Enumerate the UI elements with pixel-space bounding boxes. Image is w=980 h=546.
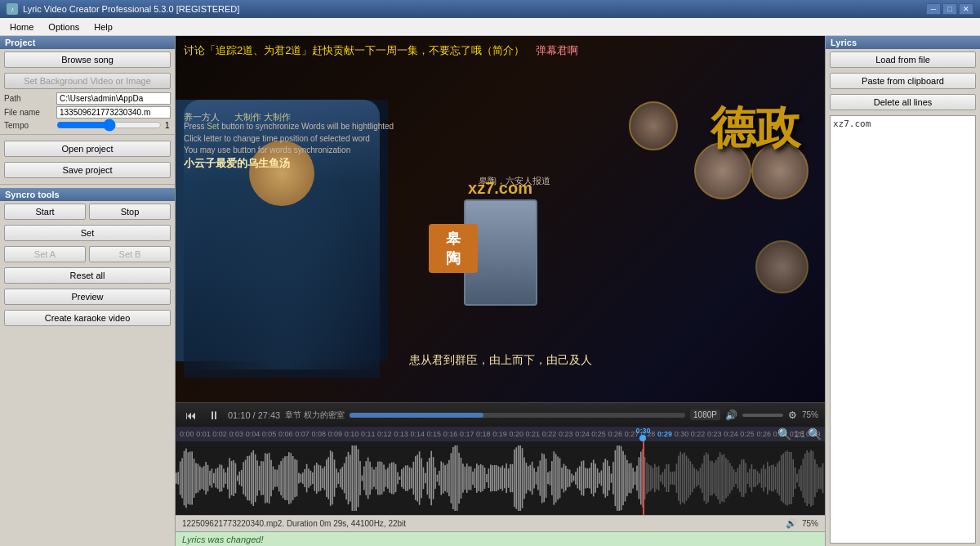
quality-badge: 1080P: [690, 410, 720, 420]
svg-rect-104: [379, 461, 381, 495]
zoom-level: 1:1: [794, 430, 805, 439]
svg-rect-12: [198, 463, 199, 492]
svg-rect-139: [448, 460, 450, 496]
zoom-in-button[interactable]: 🔍: [808, 427, 822, 441]
set-background-button[interactable]: Set Background Video or Image: [4, 73, 171, 89]
svg-rect-115: [401, 469, 403, 487]
svg-rect-137: [444, 465, 446, 491]
tempo-slider[interactable]: [56, 120, 162, 130]
svg-rect-10: [194, 459, 195, 498]
video-watermark: xz7.com: [468, 179, 532, 198]
ruler-mark: 0:20: [509, 430, 523, 438]
svg-rect-267: [702, 463, 703, 493]
video-player[interactable]: 皋陶 讨论「追踪2道、为君2道」赶快贡献一下一周一集，不要忘了哦（简介） 弹幕君…: [176, 36, 825, 402]
svg-rect-278: [724, 454, 725, 503]
menu-home[interactable]: Home: [3, 20, 40, 34]
svg-rect-177: [523, 458, 525, 499]
svg-rect-202: [573, 476, 575, 481]
set-a-button[interactable]: Set A: [4, 246, 86, 262]
svg-rect-205: [579, 466, 581, 490]
svg-rect-119: [409, 468, 411, 490]
svg-rect-297: [761, 468, 763, 487]
svg-rect-185: [540, 460, 541, 495]
load-from-file-button[interactable]: Load from file: [830, 51, 976, 68]
svg-rect-1: [176, 472, 177, 483]
svg-rect-54: [280, 461, 282, 495]
svg-rect-209: [587, 468, 589, 488]
svg-rect-180: [529, 465, 531, 491]
ruler-mark: 0:01: [196, 430, 211, 438]
svg-rect-321: [808, 452, 810, 503]
svg-rect-72: [316, 463, 318, 494]
ruler-mark: 0:04: [246, 430, 261, 438]
svg-rect-245: [658, 466, 660, 490]
ruler-mark: 0:07: [295, 430, 310, 438]
set-b-button[interactable]: Set B: [89, 246, 171, 262]
svg-rect-70: [312, 472, 314, 484]
lyrics-textarea[interactable]: [830, 115, 976, 544]
svg-rect-317: [800, 465, 802, 490]
volume-slider[interactable]: [742, 414, 783, 417]
file-info: 122509621773220340.mp2. Duration 0m 29s,…: [182, 519, 406, 528]
svg-rect-28: [229, 458, 230, 498]
svg-rect-77: [326, 459, 327, 497]
delete-all-lines-button[interactable]: Delete all lines: [830, 94, 976, 110]
maximize-button[interactable]: □: [942, 3, 957, 15]
svg-rect-290: [747, 472, 749, 484]
create-karaoke-button[interactable]: Create karaoke video: [4, 310, 171, 326]
zoom-out-button[interactable]: 🔍: [777, 427, 791, 441]
set-button[interactable]: Set: [4, 225, 171, 241]
open-project-button[interactable]: Open project: [4, 141, 171, 157]
ruler-container: 0:00 0:01 0:02 0:03 0:04 0:05 0:06 0:07 …: [176, 427, 825, 441]
play-pause-button[interactable]: ⏸: [205, 407, 223, 423]
ruler-mark: 0:24: [575, 430, 590, 438]
ruler-mark: 0:13: [394, 430, 408, 438]
svg-rect-145: [461, 458, 462, 499]
svg-rect-281: [729, 463, 731, 493]
playhead-line: [643, 441, 644, 515]
svg-rect-236: [640, 452, 642, 505]
menu-options[interactable]: Options: [42, 20, 86, 34]
tempo-label: Tempo: [4, 121, 53, 130]
waveform-area[interactable]: [176, 441, 825, 515]
svg-rect-254: [676, 463, 678, 493]
svg-rect-33: [238, 472, 240, 485]
svg-rect-159: [488, 468, 490, 488]
close-button[interactable]: ✕: [959, 3, 973, 15]
svg-rect-248: [664, 469, 666, 487]
stop-button[interactable]: Stop: [89, 204, 171, 220]
waveform-svg: [176, 441, 825, 515]
svg-rect-289: [745, 463, 746, 493]
svg-rect-276: [719, 452, 721, 503]
minimize-button[interactable]: ─: [926, 3, 941, 15]
start-button[interactable]: Start: [4, 204, 86, 220]
svg-rect-187: [543, 454, 545, 503]
svg-rect-117: [405, 465, 407, 490]
svg-rect-296: [759, 473, 760, 483]
timeline-ruler: 0:00 0:01 0:02 0:03 0:04 0:05 0:06 0:07 …: [176, 427, 825, 441]
paste-from-clipboard-button[interactable]: Paste from clipboard: [830, 73, 976, 89]
svg-rect-47: [266, 454, 268, 503]
svg-rect-55: [283, 459, 284, 499]
menu-help[interactable]: Help: [87, 20, 119, 34]
settings-icon[interactable]: ⚙: [788, 410, 797, 421]
svg-rect-217: [603, 463, 604, 495]
svg-rect-234: [636, 466, 638, 491]
svg-rect-270: [707, 454, 709, 503]
save-project-button[interactable]: Save project: [4, 162, 171, 178]
reset-all-button[interactable]: Reset all: [4, 267, 171, 284]
preview-button[interactable]: Preview: [4, 289, 171, 305]
left-panel: Project Browse song Set Background Video…: [0, 36, 176, 546]
svg-rect-151: [472, 472, 474, 485]
svg-rect-228: [625, 455, 626, 502]
browse-song-button[interactable]: Browse song: [4, 51, 171, 68]
filename-label: File name: [4, 108, 53, 117]
progress-bar[interactable]: [350, 413, 685, 418]
svg-rect-86: [344, 463, 345, 494]
prev-button[interactable]: ⏮: [182, 407, 200, 423]
svg-rect-302: [771, 465, 773, 491]
svg-rect-313: [792, 459, 794, 497]
svg-rect-269: [706, 452, 707, 503]
svg-rect-27: [227, 468, 229, 490]
svg-rect-255: [678, 456, 679, 501]
